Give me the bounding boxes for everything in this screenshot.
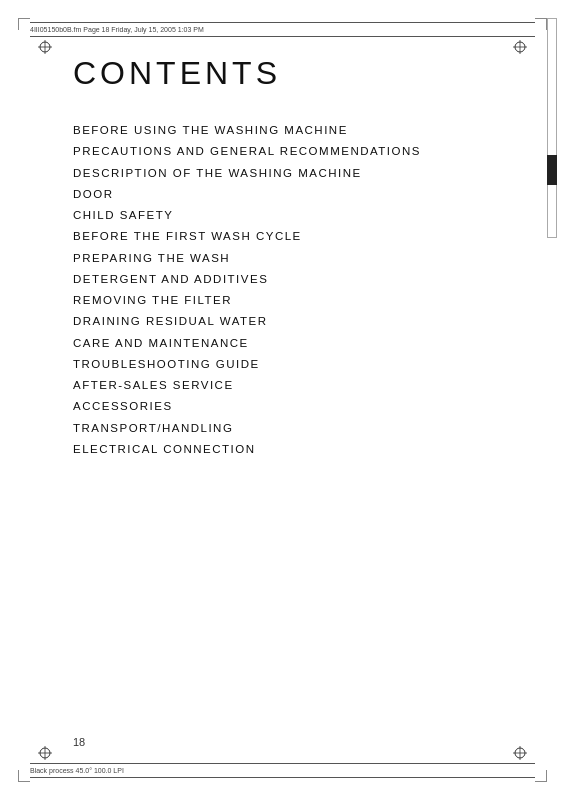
toc-item: CARE AND MAINTENANCE [73, 335, 505, 352]
page-container: 4III05150b0B.fm Page 18 Friday, July 15,… [0, 0, 565, 800]
reg-mark-bottom-right [513, 746, 527, 760]
toc-item: CHILD SAFETY [73, 207, 505, 224]
toc-item: REMOVING THE FILTER [73, 292, 505, 309]
toc-item: DETERGENT AND ADDITIVES [73, 271, 505, 288]
toc-item: BEFORE THE FIRST WASH CYCLE [73, 228, 505, 245]
page-number: 18 [73, 736, 85, 748]
crop-mark-top-right [535, 18, 547, 30]
scrollbar-thumb[interactable] [547, 155, 557, 185]
toc-item: PRECAUTIONS AND GENERAL RECOMMENDATIONS [73, 143, 505, 160]
toc-item: ACCESSORIES [73, 398, 505, 415]
crop-mark-top-left [18, 18, 30, 30]
toc-item: BEFORE USING THE WASHING MACHINE [73, 122, 505, 139]
toc-item: DESCRIPTION OF THE WASHING MACHINE [73, 165, 505, 182]
header-text: 4III05150b0B.fm Page 18 Friday, July 15,… [30, 26, 535, 33]
toc-item: PREPARING THE WASH [73, 250, 505, 267]
toc-item: AFTER-SALES SERVICE [73, 377, 505, 394]
crop-mark-bottom-right [535, 770, 547, 782]
bottom-bar: Black process 45.0° 100.0 LPI [30, 763, 535, 778]
footer-text: Black process 45.0° 100.0 LPI [30, 767, 124, 774]
toc-list: BEFORE USING THE WASHING MACHINEPRECAUTI… [73, 122, 505, 458]
main-content: CONTENTS BEFORE USING THE WASHING MACHIN… [73, 55, 505, 462]
reg-mark-top-right [513, 40, 527, 54]
page-title: CONTENTS [73, 55, 505, 92]
reg-mark-bottom-left [38, 746, 52, 760]
toc-item: ELECTRICAL CONNECTION [73, 441, 505, 458]
toc-item: TRANSPORT/HANDLING [73, 420, 505, 437]
toc-item: DRAINING RESIDUAL WATER [73, 313, 505, 330]
toc-item: TROUBLESHOOTING GUIDE [73, 356, 505, 373]
toc-item: DOOR [73, 186, 505, 203]
scrollbar-track[interactable] [547, 18, 557, 238]
reg-mark-top-left [38, 40, 52, 54]
top-bar: 4III05150b0B.fm Page 18 Friday, July 15,… [30, 22, 535, 37]
crop-mark-bottom-left [18, 770, 30, 782]
